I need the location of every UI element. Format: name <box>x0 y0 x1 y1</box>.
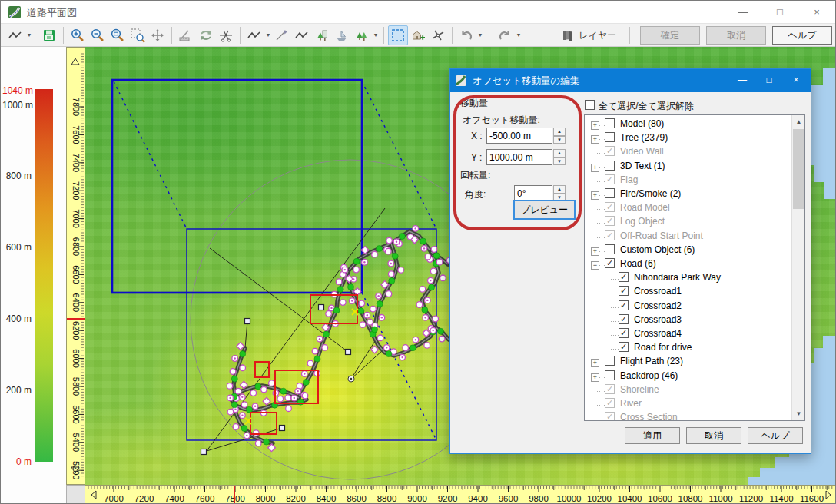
scroll-up-icon[interactable]: ▲ <box>792 115 805 128</box>
tree-item-label[interactable]: Road Model <box>620 202 670 213</box>
angle-spin-up[interactable]: ▲ <box>553 185 566 194</box>
x-spin-down[interactable]: ▼ <box>553 136 566 144</box>
zoom-in-button[interactable] <box>68 25 88 45</box>
tree-expander-icon[interactable]: + <box>591 135 599 144</box>
redo-dropdown-icon[interactable]: ▼ <box>515 32 522 38</box>
tree-item-label[interactable]: Log Object <box>620 216 665 227</box>
tree-checkbox[interactable]: ✓ <box>605 230 615 240</box>
dialog-title-bar[interactable]: オフセット移動量の編集 — □ × <box>450 69 811 92</box>
x-spinner[interactable]: ▲ ▼ <box>553 128 566 144</box>
tree-item-label[interactable]: Custom Object (6) <box>620 244 695 255</box>
cancel-button[interactable]: 取消 <box>706 26 766 45</box>
plant-trees-dropdown-icon[interactable]: ▼ <box>372 32 380 38</box>
plant-trees-button[interactable] <box>352 25 372 45</box>
tree-checkbox[interactable]: ✓ <box>619 286 629 296</box>
tree-expander-icon[interactable]: + <box>591 359 599 367</box>
tree-expander-icon[interactable]: + <box>591 373 599 382</box>
tree-expander-icon[interactable]: + <box>591 164 599 172</box>
tree-checkbox[interactable]: ✓ <box>605 174 615 184</box>
tree-sign-button[interactable] <box>312 25 332 45</box>
boat-tool-button[interactable] <box>332 25 352 45</box>
undo-dropdown-icon[interactable]: ▼ <box>476 32 484 38</box>
zoom-out-button[interactable] <box>88 25 108 45</box>
zoom-extent-button[interactable] <box>108 25 128 45</box>
redo-button[interactable] <box>495 25 515 45</box>
cut-road-button[interactable] <box>216 25 236 45</box>
tree-checkbox[interactable]: ✓ <box>619 328 629 338</box>
tree-item-label[interactable]: Crossroad3 <box>634 314 682 325</box>
tree-item-label[interactable]: Flag <box>620 174 638 185</box>
tree-checkbox[interactable]: ✓ <box>605 384 615 394</box>
tree-item-label[interactable]: Nihondaira Park Way <box>634 272 721 283</box>
tree-checkbox[interactable] <box>605 244 615 254</box>
tree-checkbox[interactable]: ✓ <box>619 272 629 282</box>
dialog-cancel-button[interactable]: 取消 <box>686 427 741 444</box>
window-minimize-button[interactable]: — <box>725 1 761 24</box>
tree-item-label[interactable]: Video Wall <box>620 146 664 157</box>
tree-item-label[interactable]: Cross Section <box>620 412 678 421</box>
apply-button[interactable]: 適用 <box>625 427 680 444</box>
tree-expander-icon[interactable]: + <box>591 191 599 200</box>
tree-item-label[interactable]: Crossroad4 <box>634 328 682 339</box>
dialog-maximize-button[interactable]: □ <box>756 69 782 91</box>
add-building-button[interactable] <box>408 25 428 45</box>
polyline-dropdown-icon[interactable]: ▼ <box>25 32 33 38</box>
undo-button[interactable] <box>456 25 476 45</box>
tree-checkbox[interactable] <box>605 370 615 380</box>
tree-checkbox[interactable]: ✓ <box>619 342 629 352</box>
tree-scrollbar[interactable]: ▲ ▼ <box>791 115 804 420</box>
tree-item-label[interactable]: Model (80) <box>620 118 664 129</box>
preview-button[interactable]: プレビュー <box>513 200 576 220</box>
y-offset-field[interactable] <box>486 149 552 165</box>
tree-checkbox[interactable] <box>605 118 615 128</box>
tree-item-label[interactable]: Fire/Smoke (2) <box>620 188 681 199</box>
tree-checkbox[interactable]: ✓ <box>605 398 615 408</box>
scrollbar-thumb[interactable] <box>793 129 804 209</box>
tree-item-label[interactable]: Road for drive <box>634 342 692 353</box>
tree-item-label[interactable]: Crossroad1 <box>634 286 682 297</box>
x-offset-field[interactable] <box>486 128 552 144</box>
tree-item-label[interactable]: Flight Path (23) <box>620 356 683 366</box>
tree-checkbox[interactable] <box>605 161 615 171</box>
select-all-checkbox[interactable] <box>585 100 595 110</box>
confirm-button[interactable]: 確定 <box>640 26 700 45</box>
tree-item-label[interactable]: Off-Road Start Point <box>620 230 703 241</box>
tree-checkbox[interactable]: ✓ <box>619 300 629 310</box>
y-spin-down[interactable]: ▼ <box>553 158 566 166</box>
tree-item-label[interactable]: Backdrop (46) <box>620 370 678 381</box>
tree-item-label[interactable]: Shoreline <box>620 384 659 395</box>
tree-checkbox[interactable]: ✓ <box>605 216 615 226</box>
tree-item-label[interactable]: Crossroad2 <box>634 300 682 311</box>
dialog-help-button[interactable]: ヘルプ <box>748 427 803 444</box>
scroll-down-icon[interactable]: ▼ <box>792 407 805 420</box>
split-line-button[interactable] <box>428 25 448 45</box>
layers-button[interactable]: レイヤー <box>557 26 619 45</box>
slope-tool-button[interactable] <box>176 25 196 45</box>
tree-checkbox[interactable]: ✓ <box>605 258 615 268</box>
tree-checkbox[interactable]: ✓ <box>619 314 629 324</box>
tree-checkbox[interactable] <box>605 188 615 198</box>
tree-expander-icon[interactable]: + <box>591 247 599 256</box>
dialog-close-button[interactable]: × <box>783 69 809 91</box>
tree-expander-icon[interactable]: + <box>591 121 599 130</box>
save-button[interactable] <box>39 25 59 45</box>
road-polyline-dropdown-icon[interactable]: ▼ <box>264 32 272 38</box>
tree-checkbox[interactable] <box>605 356 615 366</box>
help-button[interactable]: ヘルプ <box>772 26 832 45</box>
tree-checkbox[interactable]: ✓ <box>605 202 615 212</box>
road-polyline-button[interactable] <box>244 25 264 45</box>
select-rectangle-button[interactable] <box>388 25 408 45</box>
tree-checkbox[interactable]: ✓ <box>605 146 615 156</box>
window-close-button[interactable]: × <box>799 1 834 24</box>
section-line-button[interactable] <box>292 25 312 45</box>
zoom-window-button[interactable] <box>128 25 148 45</box>
dialog-minimize-button[interactable]: — <box>729 69 755 91</box>
tree-item-label[interactable]: 3D Text (1) <box>620 161 665 171</box>
angle-field[interactable] <box>514 185 552 201</box>
tree-item-label[interactable]: River <box>620 398 642 409</box>
y-spinner[interactable]: ▲ ▼ <box>553 149 566 165</box>
pan-button[interactable] <box>148 25 168 45</box>
window-maximize-button[interactable]: □ <box>762 1 798 24</box>
tree-item-label[interactable]: Tree (2379) <box>620 132 668 143</box>
polyline-tool-button[interactable] <box>5 25 25 45</box>
